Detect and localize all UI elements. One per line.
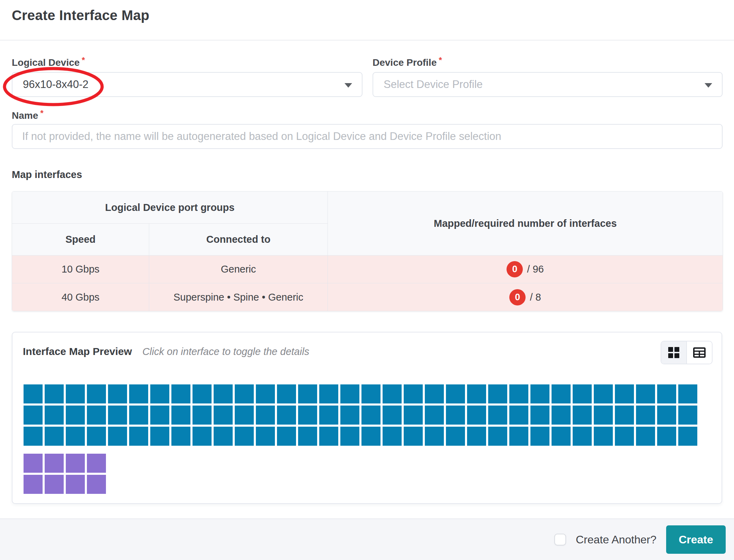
interface-square[interactable] [636,427,655,446]
interface-square[interactable] [193,384,212,403]
interface-square[interactable] [45,454,64,473]
interface-square[interactable] [319,427,338,446]
interface-square[interactable] [319,384,338,403]
interface-square[interactable] [66,427,85,446]
interface-square[interactable] [87,406,106,425]
interface-square[interactable] [87,427,106,446]
interface-square[interactable] [467,406,486,425]
interface-square[interactable] [24,427,43,446]
interface-square[interactable] [45,427,64,446]
interface-square[interactable] [573,427,592,446]
interface-square[interactable] [129,406,148,425]
interface-square[interactable] [214,427,233,446]
interface-square[interactable] [298,427,317,446]
interface-square[interactable] [171,384,190,403]
interface-square[interactable] [361,427,381,446]
interface-square[interactable] [467,427,486,446]
interface-square[interactable] [446,427,465,446]
interface-square[interactable] [256,406,275,425]
interface-square[interactable] [552,406,571,425]
device-profile-select[interactable]: Select Device Profile [373,72,723,97]
interface-square[interactable] [657,384,676,403]
interface-square[interactable] [425,427,444,446]
interface-square[interactable] [66,454,85,473]
interface-square[interactable] [488,384,507,403]
interface-square[interactable] [108,406,127,425]
interface-square[interactable] [45,384,64,403]
interface-square[interactable] [45,406,64,425]
interface-square[interactable] [87,454,106,473]
interface-square[interactable] [87,475,106,494]
interface-square[interactable] [383,406,402,425]
create-button[interactable]: Create [666,525,726,554]
interface-square[interactable] [678,427,697,446]
interface-square[interactable] [383,384,402,403]
interface-square[interactable] [594,384,613,403]
interface-square[interactable] [615,406,634,425]
interface-square[interactable] [573,384,592,403]
interface-square[interactable] [171,406,190,425]
interface-square[interactable] [488,406,507,425]
interface-square[interactable] [404,384,423,403]
interface-square[interactable] [298,406,317,425]
interface-square[interactable] [615,384,634,403]
interface-square[interactable] [193,406,212,425]
interface-square[interactable] [24,406,43,425]
interface-square[interactable] [340,427,359,446]
interface-square[interactable] [594,406,613,425]
interface-square[interactable] [214,384,233,403]
interface-square[interactable] [277,406,296,425]
interface-square[interactable] [235,406,254,425]
interface-square[interactable] [87,384,106,403]
interface-square[interactable] [573,406,592,425]
interface-square[interactable] [678,406,697,425]
name-input[interactable] [12,124,723,149]
interface-square[interactable] [657,427,676,446]
interface-square[interactable] [404,427,423,446]
interface-square[interactable] [171,427,190,446]
interface-square[interactable] [425,384,444,403]
create-another-checkbox[interactable] [554,534,566,545]
grid-view-button[interactable] [661,341,687,364]
interface-square[interactable] [530,406,549,425]
interface-square[interactable] [657,406,676,425]
interface-square[interactable] [256,384,275,403]
interface-square[interactable] [446,406,465,425]
logical-device-select[interactable]: 96x10-8x40-2 [12,72,362,97]
interface-square[interactable] [509,406,528,425]
interface-square[interactable] [319,406,338,425]
interface-square[interactable] [235,427,254,446]
interface-square[interactable] [530,427,549,446]
interface-square[interactable] [150,427,169,446]
interface-square[interactable] [361,406,381,425]
interface-square[interactable] [678,384,697,403]
interface-square[interactable] [129,384,148,403]
interface-square[interactable] [129,427,148,446]
interface-square[interactable] [509,427,528,446]
interface-square[interactable] [552,384,571,403]
interface-square[interactable] [383,427,402,446]
table-view-button[interactable] [687,341,712,364]
interface-square[interactable] [256,427,275,446]
interface-square[interactable] [150,384,169,403]
interface-square[interactable] [66,475,85,494]
interface-square[interactable] [615,427,634,446]
interface-square[interactable] [277,427,296,446]
interface-square[interactable] [24,384,43,403]
interface-square[interactable] [108,427,127,446]
interface-square[interactable] [636,406,655,425]
interface-square[interactable] [425,406,444,425]
interface-square[interactable] [24,475,43,494]
interface-square[interactable] [150,406,169,425]
interface-square[interactable] [404,406,423,425]
interface-square[interactable] [467,384,486,403]
interface-square[interactable] [108,384,127,403]
interface-square[interactable] [446,384,465,403]
interface-square[interactable] [361,384,381,403]
interface-square[interactable] [340,384,359,403]
interface-square[interactable] [298,384,317,403]
interface-square[interactable] [66,384,85,403]
interface-square[interactable] [509,384,528,403]
interface-square[interactable] [530,384,549,403]
interface-square[interactable] [552,427,571,446]
